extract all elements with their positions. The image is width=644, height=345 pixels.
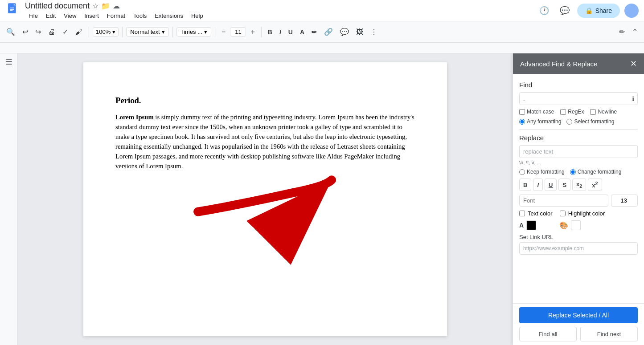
highlight-color-label: Highlight color: [568, 210, 605, 217]
menu-help[interactable]: Help: [188, 12, 207, 20]
subscript-format-btn[interactable]: x2: [572, 179, 586, 191]
font-input[interactable]: [519, 195, 608, 207]
footer-buttons: Find all Find next: [519, 327, 638, 341]
pen-icon[interactable]: ✏: [616, 26, 628, 38]
paint-format-icon[interactable]: 🖌: [73, 26, 85, 38]
highlight-color-checkbox[interactable]: [560, 211, 566, 216]
share-button[interactable]: 🔒 Share: [577, 4, 620, 18]
zoom-selector[interactable]: 100% ▾: [93, 27, 119, 37]
top-right: 🕐 💬 🔒 Share: [536, 3, 639, 19]
separator-2: [122, 27, 123, 37]
ruler: [0, 43, 644, 53]
insert-comment-button[interactable]: 💬: [337, 26, 352, 38]
link-button[interactable]: 🔗: [321, 26, 336, 38]
panel-close-button[interactable]: ✕: [630, 59, 637, 69]
menu-extensions[interactable]: Extensions: [151, 12, 187, 20]
star-icon[interactable]: ☆: [92, 2, 98, 10]
menu-edit[interactable]: Edit: [42, 12, 59, 20]
strikethrough-format-btn[interactable]: S: [558, 179, 570, 191]
find-replace-panel: Advanced Find & Replace ✕ Find ℹ Match c…: [513, 53, 644, 345]
collapse-icon[interactable]: ⌃: [629, 26, 640, 38]
highlight-color-swatch[interactable]: [571, 220, 581, 230]
match-case-checkbox[interactable]: [519, 109, 525, 115]
redo-icon[interactable]: ↪: [33, 26, 44, 38]
menu-bar: File Edit View Insert Format Tools Exten…: [25, 12, 536, 20]
format-buttons: B I U S x2 x2: [519, 179, 638, 191]
doc-info: Untitled document ☆ 📁 ☁ File Edit View I…: [25, 1, 536, 20]
text-color-checkbox[interactable]: [519, 211, 525, 216]
replace-input[interactable]: [519, 145, 638, 158]
main-layout: ☰ Period. Lorem Ipsum is simply dummy te…: [0, 53, 644, 345]
font-chevron: ▾: [204, 28, 207, 35]
outline-icon[interactable]: ☰: [5, 57, 12, 67]
print-icon[interactable]: 🖨: [45, 26, 58, 38]
find-all-button[interactable]: Find all: [519, 327, 577, 341]
newline-checkbox[interactable]: [590, 109, 596, 115]
style-selector[interactable]: Normal text ▾: [126, 27, 168, 37]
superscript-format-btn[interactable]: x2: [588, 179, 602, 191]
more-options-button[interactable]: ⋮: [368, 26, 380, 38]
any-formatting-radio[interactable]: [519, 119, 525, 125]
comment-icon[interactable]: 💬: [557, 3, 573, 19]
highlight-button[interactable]: ✏: [309, 27, 320, 37]
set-link-label: Set Link URL: [519, 234, 638, 240]
svg-rect-2: [10, 7, 14, 8]
regex-checkbox[interactable]: [560, 109, 566, 115]
select-formatting-radio[interactable]: [566, 119, 572, 125]
svg-rect-4: [10, 10, 12, 11]
font-selector[interactable]: Times ... ▾: [176, 27, 211, 37]
replace-label: Replace: [519, 134, 638, 142]
menu-insert[interactable]: Insert: [81, 12, 103, 20]
highlight-color-option: Highlight color: [560, 210, 605, 217]
match-case-option[interactable]: Match case: [519, 109, 554, 115]
folder-icon[interactable]: 📁: [101, 2, 110, 10]
font-size-increase[interactable]: +: [248, 26, 257, 38]
any-formatting-option[interactable]: Any formatting: [519, 118, 561, 125]
select-formatting-option[interactable]: Select formatting: [566, 118, 614, 125]
menu-tools[interactable]: Tools: [130, 12, 150, 20]
keep-formatting-option[interactable]: Keep formatting: [519, 169, 565, 175]
italic-button[interactable]: I: [277, 27, 284, 37]
font-size-field[interactable]: 11: [230, 27, 246, 37]
doc-body-text: is simply dummy text of the printing and…: [115, 114, 414, 170]
doc-title[interactable]: Untitled document: [25, 1, 90, 11]
find-input[interactable]: [519, 92, 638, 105]
find-next-button[interactable]: Find next: [580, 327, 638, 341]
text-color-button[interactable]: A: [297, 27, 307, 37]
newline-option[interactable]: Newline: [590, 109, 617, 115]
insert-image-button[interactable]: 🖼: [353, 26, 366, 38]
avatar[interactable]: [624, 4, 639, 18]
underline-button[interactable]: U: [286, 27, 295, 37]
find-options-row: Match case RegEx Newline: [519, 109, 638, 115]
doc-area[interactable]: Period. Lorem Ipsum is simply dummy text…: [18, 53, 513, 345]
formatting-radio-row: Any formatting Select formatting: [519, 118, 638, 125]
bold-button[interactable]: B: [265, 27, 275, 37]
font-value: Times ...: [180, 28, 202, 35]
keep-formatting-radio[interactable]: [519, 169, 525, 175]
font-size-input[interactable]: [611, 195, 638, 207]
replace-selected-button[interactable]: Replace Selected / All: [519, 307, 638, 323]
cloud-icon[interactable]: ☁: [113, 2, 120, 10]
panel-title: Advanced Find & Replace: [520, 60, 597, 68]
red-arrow-overlay: [172, 151, 395, 285]
link-input[interactable]: [519, 242, 638, 255]
separator-3: [172, 27, 173, 37]
search-icon[interactable]: 🔍: [4, 26, 18, 38]
menu-format[interactable]: Format: [103, 12, 129, 20]
bold-format-btn[interactable]: B: [519, 179, 531, 191]
font-size-decrease[interactable]: −: [219, 26, 228, 38]
change-formatting-radio[interactable]: [570, 169, 576, 175]
doc-content: Period. Lorem Ipsum is simply dummy text…: [115, 94, 415, 171]
menu-file[interactable]: File: [25, 12, 41, 20]
italic-format-btn[interactable]: I: [533, 179, 543, 191]
regex-option[interactable]: RegEx: [560, 109, 584, 115]
spellcheck-icon[interactable]: ✓: [60, 26, 71, 38]
svg-rect-6: [0, 43, 508, 53]
change-formatting-option[interactable]: Change formatting: [570, 169, 622, 175]
history-icon[interactable]: 🕐: [536, 3, 552, 19]
text-color-swatch[interactable]: [526, 220, 536, 230]
undo-icon[interactable]: ↩: [20, 26, 31, 38]
underline-format-btn[interactable]: U: [545, 179, 557, 191]
separator-4: [215, 27, 215, 37]
menu-view[interactable]: View: [60, 12, 80, 20]
